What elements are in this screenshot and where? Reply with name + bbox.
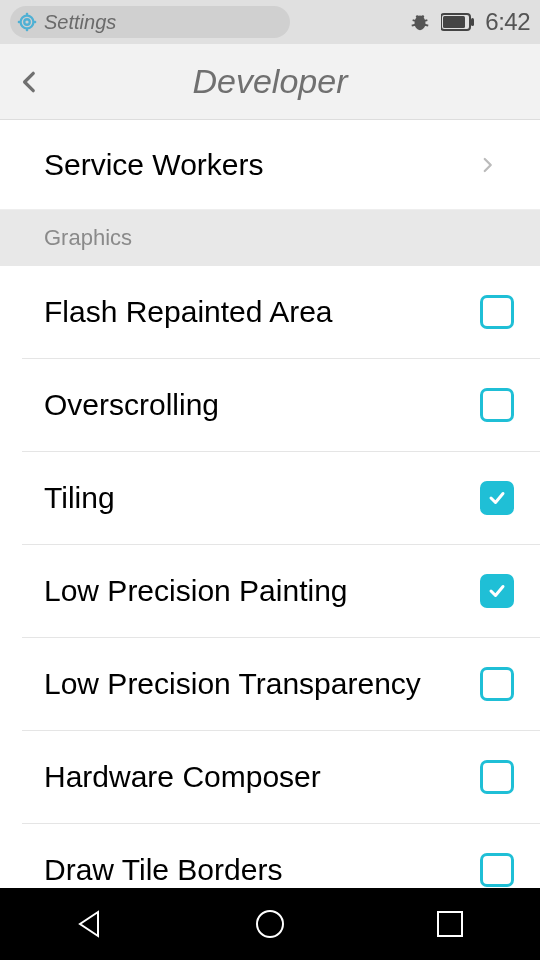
content: Service Workers Graphics Flash Repainted…	[0, 120, 540, 916]
back-button[interactable]	[0, 44, 60, 120]
setting-label: Low Precision Painting	[44, 574, 480, 608]
page-title: Developer	[0, 62, 540, 101]
svg-rect-15	[471, 18, 474, 26]
svg-point-12	[422, 15, 425, 18]
row-label: Service Workers	[44, 148, 478, 182]
setting-label: Low Precision Transparency	[44, 667, 480, 701]
bug-icon	[409, 11, 431, 33]
svg-point-11	[416, 15, 419, 18]
setting-label: Tiling	[44, 481, 480, 515]
app-pill[interactable]: Settings	[10, 6, 290, 38]
checkbox[interactable]	[480, 853, 514, 887]
nav-back-icon[interactable]	[72, 906, 108, 942]
checkbox[interactable]	[480, 388, 514, 422]
status-right: 6:42	[409, 8, 530, 36]
setting-label: Overscrolling	[44, 388, 480, 422]
checkbox[interactable]	[480, 481, 514, 515]
nav-recent-icon[interactable]	[432, 906, 468, 942]
clock-text: 6:42	[485, 8, 530, 36]
checkbox[interactable]	[480, 295, 514, 329]
check-icon	[488, 582, 506, 600]
setting-row[interactable]: Flash Repainted Area	[0, 266, 540, 358]
check-icon	[488, 489, 506, 507]
setting-row[interactable]: Tiling	[0, 452, 540, 544]
svg-line-10	[425, 25, 429, 26]
setting-label: Draw Tile Borders	[44, 853, 480, 887]
system-navbar	[0, 888, 540, 960]
gear-icon	[16, 11, 38, 33]
section-header-graphics: Graphics	[0, 210, 540, 266]
status-bar: Settings 6:42	[0, 0, 540, 44]
svg-line-7	[413, 20, 417, 21]
svg-rect-18	[438, 912, 462, 936]
setting-row[interactable]: Low Precision Transparency	[0, 638, 540, 730]
pill-label: Settings	[44, 11, 116, 34]
chevron-left-icon	[17, 69, 43, 95]
svg-line-9	[412, 25, 416, 26]
settings-list: Flash Repainted AreaOverscrollingTilingL…	[0, 266, 540, 916]
svg-point-6	[415, 16, 426, 31]
status-left: Settings	[10, 6, 401, 38]
chevron-right-icon	[478, 156, 496, 174]
checkbox[interactable]	[480, 574, 514, 608]
battery-icon	[441, 13, 475, 31]
svg-point-0	[21, 16, 34, 29]
row-service-workers[interactable]: Service Workers	[0, 120, 540, 210]
svg-line-8	[424, 20, 428, 21]
checkbox[interactable]	[480, 667, 514, 701]
setting-label: Flash Repainted Area	[44, 295, 480, 329]
page-header: Developer	[0, 44, 540, 120]
svg-rect-14	[443, 16, 465, 28]
checkbox[interactable]	[480, 760, 514, 794]
nav-home-icon[interactable]	[252, 906, 288, 942]
setting-label: Hardware Composer	[44, 760, 480, 794]
setting-row[interactable]: Hardware Composer	[0, 731, 540, 823]
setting-row[interactable]: Overscrolling	[0, 359, 540, 451]
svg-point-1	[24, 19, 30, 25]
svg-point-17	[257, 911, 283, 937]
svg-marker-16	[80, 912, 98, 936]
setting-row[interactable]: Low Precision Painting	[0, 545, 540, 637]
